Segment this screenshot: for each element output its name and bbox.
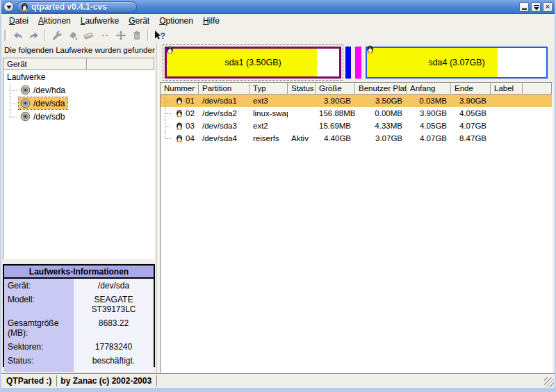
table-row-sda2[interactable]: 02 /dev/sda2 linux-swap 156.88MB 0.00MB …: [161, 107, 552, 120]
whats-this-button[interactable]: ?: [152, 28, 167, 42]
menu-geraet[interactable]: Gerät: [124, 15, 154, 27]
tree-item-dev-hda[interactable]: /dev/hda: [3, 83, 154, 97]
redo-icon: [28, 30, 40, 41]
col-nummer[interactable]: Nummer: [161, 83, 199, 95]
close-button[interactable]: ✕: [543, 2, 553, 12]
info-value-geraet: /dev/sda: [74, 279, 154, 293]
col-typ[interactable]: Typ: [250, 83, 288, 95]
drive-info-panel: Laufwerks-Informationen Gerät: /dev/sda …: [3, 264, 155, 367]
cell-nummer: 04: [186, 132, 195, 145]
cell-partition: /dev/sda3: [199, 120, 250, 132]
tree-branch: [165, 107, 173, 120]
maximize-icon: [534, 5, 539, 6]
col-status[interactable]: Status: [288, 83, 316, 95]
redo-button[interactable]: [26, 28, 42, 42]
cell-groesse: 15.69MB: [316, 120, 355, 132]
maximize-button[interactable]: [531, 2, 541, 12]
table-row-sda3[interactable]: 03 /dev/sda3 ext2 15.69MB 4.33MB 4.05GB …: [161, 120, 552, 132]
toolbar: ?: [1, 28, 555, 42]
cell-anfang: 4.07GB: [407, 132, 451, 145]
resize-dots-icon: [99, 30, 111, 41]
close-icon: ✕: [545, 3, 550, 10]
tux-penguin-icon: [366, 44, 374, 54]
cell-groesse: 156.88MB: [316, 107, 355, 120]
wrench-icon: [51, 30, 63, 41]
tree-branch: [165, 132, 173, 145]
titlebar[interactable]: qtparted v0.4.1-cvs ✕: [1, 0, 555, 14]
table-row-sda4[interactable]: 04 /dev/sda4 reiserfs Aktiv 4.40GB 3.07G…: [161, 132, 552, 145]
harddisk-icon: [20, 111, 31, 122]
format-button[interactable]: [65, 28, 81, 42]
cell-benutzer-platz: 0.00MB: [355, 107, 407, 120]
tree-root-laufwerke[interactable]: Laufwerke: [3, 71, 154, 83]
toolbar-separator: [44, 29, 46, 41]
info-label-gesamtgroesse: Gesamtgröße (MB):: [4, 316, 74, 340]
resize-grip[interactable]: [544, 377, 554, 387]
statusbar-credit: by Zanac (c) 2002-2003: [58, 375, 157, 386]
tree-item-dev-sdb[interactable]: /dev/sdb: [3, 110, 154, 123]
found-devices-label: Die folgenden Laufwerke wurden gefunden:: [3, 44, 155, 58]
info-value-gesamtgroesse: 8683.22: [74, 316, 154, 340]
partition-block-sda3[interactable]: [355, 47, 361, 79]
partition-block-sda2[interactable]: [345, 47, 351, 79]
col-label[interactable]: Label: [491, 83, 523, 95]
menu-aktionen[interactable]: Aktionen: [33, 15, 76, 27]
whats-this-icon: ?: [154, 30, 166, 41]
info-filler: [74, 368, 154, 372]
panel-splitter[interactable]: [155, 42, 160, 373]
qtparted-window: qtparted v0.4.1-cvs ✕ Datei Aktionen Lau…: [0, 0, 556, 392]
menu-hilfe[interactable]: Hilfe: [198, 15, 224, 27]
right-panel: sda1 (3.50GB) sda4 (3.07GB) Nummer Parti…: [160, 42, 555, 373]
partition-block-sda1[interactable]: sda1 (3.50GB): [165, 47, 341, 79]
info-label-geraet: Gerät:: [4, 279, 74, 293]
eraser-button[interactable]: [81, 28, 97, 42]
info-value-status: beschäftigt.: [74, 354, 154, 368]
window-menu-icon: [6, 6, 12, 9]
partition-chart-label: sda4 (3.07GB): [367, 48, 546, 77]
cell-typ: linux-swap: [250, 107, 288, 120]
device-tree-body: Laufwerke /dev/hda /dev/sda /de: [3, 70, 154, 259]
undo-button[interactable]: [10, 28, 26, 42]
move-icon: [115, 30, 126, 41]
device-label: /dev/sdb: [33, 112, 65, 122]
toolbar-handle[interactable]: [4, 30, 8, 41]
menu-optionen[interactable]: Optionen: [154, 15, 198, 27]
device-label: /dev/sda: [33, 99, 65, 108]
col-ende[interactable]: Ende: [451, 83, 491, 95]
col-anfang[interactable]: Anfang: [407, 83, 451, 95]
tree-item-dev-sda[interactable]: /dev/sda: [3, 97, 154, 110]
wrench-button[interactable]: [49, 28, 65, 42]
partition-block-sda4[interactable]: sda4 (3.07GB): [366, 47, 548, 79]
tux-penguin-icon: [176, 97, 183, 105]
window-menu-button[interactable]: [3, 1, 14, 12]
info-value-modell: SEAGATE ST39173LC: [74, 293, 154, 316]
eraser-icon: [83, 30, 95, 41]
device-label: /dev/hda: [33, 85, 65, 95]
col-partition[interactable]: Partition: [199, 83, 250, 95]
device-tree: Gerät Laufwerke /dev/hda /dev/sda: [3, 58, 155, 259]
drive-info-title: Laufwerks-Informationen: [4, 266, 154, 279]
partition-table: Nummer Partition Typ Status Größe Benutz…: [160, 82, 553, 373]
col-benutzer-platz[interactable]: Benutzer Platz: [355, 83, 407, 95]
trash-button[interactable]: [129, 28, 145, 42]
menu-datei[interactable]: Datei: [4, 15, 33, 27]
window-title: qtparted v0.4.1-cvs: [31, 2, 107, 12]
menu-laufwerke[interactable]: Laufwerke: [76, 15, 124, 27]
tree-branch: [165, 120, 173, 132]
cell-anfang: 3.90GB: [407, 107, 451, 120]
cell-groesse: 4.40GB: [316, 132, 355, 145]
format-icon: [67, 30, 79, 41]
table-row-sda1[interactable]: 01 /dev/sda1 ext3 3.90GB 3.50GB 0.03MB 3…: [161, 95, 552, 107]
device-column-header[interactable]: Gerät: [3, 58, 87, 70]
move-button[interactable]: [113, 28, 129, 42]
statusbar-app-label: QTParted :): [4, 375, 57, 386]
svg-text:?: ?: [160, 31, 165, 40]
title-capsule: qtparted v0.4.1-cvs: [17, 1, 137, 13]
col-groesse[interactable]: Größe: [316, 83, 355, 95]
minimize-button[interactable]: [519, 2, 529, 12]
tux-penguin-icon: [176, 122, 183, 130]
drive-info-grid: Gerät: /dev/sda Modell: SEAGATE ST39173L…: [4, 279, 154, 372]
resize-button[interactable]: [97, 28, 113, 42]
cell-nummer: 01: [186, 95, 195, 107]
tux-penguin-icon: [166, 45, 174, 54]
